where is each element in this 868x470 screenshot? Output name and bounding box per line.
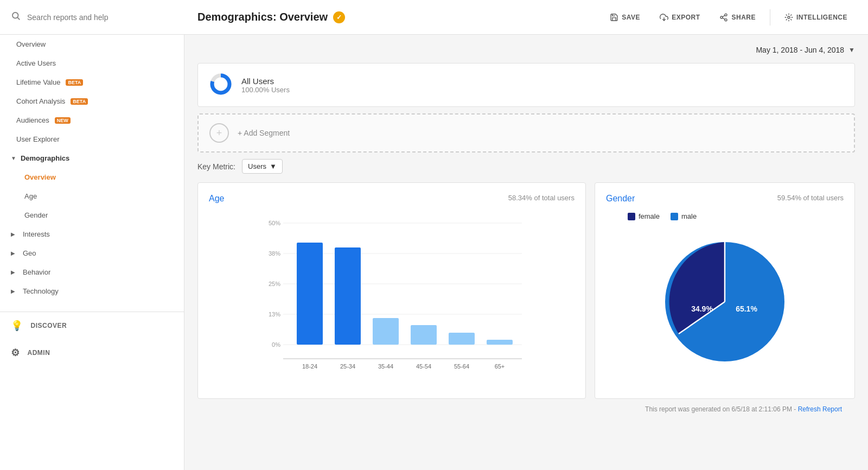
- sidebar-item-label: Geo: [23, 249, 36, 257]
- date-selector[interactable]: May 1, 2018 - Jun 4, 2018 ▼: [756, 46, 855, 54]
- search-input[interactable]: [27, 13, 157, 22]
- bar-35-44: [373, 318, 399, 345]
- age-chart-percentage: 58.34% of total users: [508, 194, 575, 202]
- chevron-down-icon: ▼: [848, 46, 855, 54]
- svg-line-6: [723, 18, 725, 20]
- sidebar-item-label: Overview: [16, 40, 46, 48]
- intelligence-label: INTELLIGENCE: [796, 14, 847, 21]
- sidebar-item-dem-gender[interactable]: Gender: [0, 206, 184, 225]
- intelligence-button[interactable]: INTELLIGENCE: [777, 10, 855, 25]
- svg-point-4: [720, 16, 723, 18]
- share-button[interactable]: SHARE: [712, 10, 763, 25]
- svg-line-7: [723, 15, 725, 17]
- beta-badge: BETA: [71, 98, 88, 105]
- sidebar-section-label: Demographics: [21, 154, 69, 162]
- gear-icon: ⚙: [11, 347, 20, 359]
- bulb-icon: 💡: [11, 320, 23, 332]
- svg-text:0%: 0%: [272, 341, 280, 348]
- sidebar-item-behavior[interactable]: ▶ Behavior: [0, 263, 184, 282]
- chevron-right-icon: ▶: [11, 250, 15, 256]
- sidebar-item-label: Active Users: [16, 59, 56, 67]
- svg-text:13%: 13%: [269, 311, 280, 317]
- svg-text:55-64: 55-64: [454, 363, 469, 370]
- sidebar-item-geo[interactable]: ▶ Geo: [0, 244, 184, 263]
- female-pct-label: 34.9%: [691, 304, 713, 313]
- svg-text:35-44: 35-44: [378, 363, 393, 370]
- search-bar: [0, 0, 184, 35]
- add-segment-button[interactable]: + Add Segment: [238, 129, 290, 137]
- metric-select[interactable]: Users ▼: [242, 159, 283, 174]
- gender-pie-chart: 34.9% 65.1%: [654, 231, 795, 372]
- sidebar-item-label: Behavior: [23, 268, 50, 276]
- main-content: Demographics: Overview ✓ SAVE EXPORT SHA…: [184, 0, 868, 470]
- sidebar-item-label: Technology: [23, 287, 59, 295]
- age-bar-chart: 50% 38% 25% 13% 0% 18-24 25-34: [209, 212, 575, 386]
- save-icon: [610, 13, 618, 22]
- gender-chart-percentage: 59.54% of total users: [777, 194, 844, 202]
- sidebar-item-label: Lifetime Value: [16, 78, 60, 86]
- metric-dropdown-icon: ▼: [270, 162, 277, 170]
- new-badge: NEW: [55, 117, 71, 124]
- svg-point-5: [725, 18, 727, 21]
- add-segment-card[interactable]: + + Add Segment: [197, 113, 855, 153]
- save-button[interactable]: SAVE: [602, 10, 648, 25]
- legend-male: male: [671, 212, 697, 220]
- age-chart-title: Age: [209, 194, 224, 204]
- sidebar-item-technology[interactable]: ▶ Technology: [0, 282, 184, 301]
- sidebar-item-user-explorer[interactable]: User Explorer: [0, 130, 184, 149]
- footer-text: This report was generated on 6/5/18 at 2…: [645, 405, 792, 413]
- verified-badge: ✓: [333, 11, 345, 23]
- male-color-dot: [671, 213, 678, 220]
- svg-text:25-34: 25-34: [340, 363, 355, 370]
- bar-18-24: [297, 243, 323, 345]
- date-range-text: May 1, 2018 - Jun 4, 2018: [756, 46, 844, 54]
- chevron-right-icon: ▶: [11, 269, 15, 275]
- charts-row: Age 58.34% of total users 50%: [197, 182, 855, 399]
- gender-chart-title: Gender: [606, 194, 635, 204]
- svg-text:65+: 65+: [495, 363, 505, 370]
- svg-text:25%: 25%: [269, 281, 280, 287]
- sidebar-item-lifetime-value[interactable]: Lifetime Value BETA: [0, 73, 184, 92]
- sidebar-item-cohort-analysis[interactable]: Cohort Analysis BETA: [0, 92, 184, 111]
- key-metric-row: Key Metric: Users ▼: [197, 159, 855, 174]
- all-users-segment: All Users 100.00% Users: [197, 63, 855, 107]
- sidebar-item-interests[interactable]: ▶ Interests: [0, 225, 184, 244]
- admin-label: ADMIN: [28, 349, 50, 357]
- bar-55-64: [449, 333, 475, 345]
- sidebar-item-label: Age: [24, 192, 37, 200]
- male-label: male: [681, 212, 697, 220]
- page-title: Demographics: Overview ✓: [197, 11, 345, 23]
- sidebar-item-label: Interests: [23, 230, 50, 238]
- sidebar-item-audiences[interactable]: Audiences NEW: [0, 111, 184, 130]
- svg-text:18-24: 18-24: [302, 363, 317, 370]
- report-footer: This report was generated on 6/5/18 at 2…: [197, 399, 855, 420]
- sidebar-discover[interactable]: 💡 DISCOVER: [0, 312, 184, 339]
- intelligence-icon: [784, 13, 793, 22]
- svg-text:38%: 38%: [269, 250, 280, 257]
- gender-chart: Gender 59.54% of total users female male: [595, 182, 855, 399]
- svg-text:50%: 50%: [269, 220, 280, 226]
- sidebar-item-label: Gender: [24, 211, 48, 219]
- sidebar-item-label: Audiences: [16, 116, 49, 124]
- search-icon: [11, 11, 21, 23]
- sidebar-item-dem-age[interactable]: Age: [0, 187, 184, 206]
- sidebar-section-demographics[interactable]: ▼ Demographics: [0, 149, 184, 168]
- refresh-report-link[interactable]: Refresh Report: [798, 405, 842, 413]
- pie-legend: female male: [628, 212, 844, 220]
- date-row: May 1, 2018 - Jun 4, 2018 ▼: [197, 46, 855, 54]
- svg-text:45-54: 45-54: [416, 363, 431, 370]
- bar-25-34: [335, 247, 361, 345]
- svg-point-3: [725, 14, 727, 16]
- add-circle-icon: +: [209, 123, 229, 143]
- key-metric-label: Key Metric:: [197, 162, 235, 171]
- sidebar-item-overview[interactable]: Overview: [0, 35, 184, 54]
- sidebar-item-dem-overview[interactable]: Overview: [0, 168, 184, 187]
- sidebar-admin[interactable]: ⚙ ADMIN: [0, 339, 184, 366]
- metric-value: Users: [248, 162, 266, 170]
- export-button[interactable]: EXPORT: [652, 10, 707, 25]
- chevron-down-icon: ▼: [11, 155, 16, 161]
- discover-label: DISCOVER: [31, 322, 67, 329]
- sidebar-item-active-users[interactable]: Active Users: [0, 54, 184, 73]
- chevron-right-icon: ▶: [11, 288, 15, 294]
- export-label: EXPORT: [672, 14, 700, 21]
